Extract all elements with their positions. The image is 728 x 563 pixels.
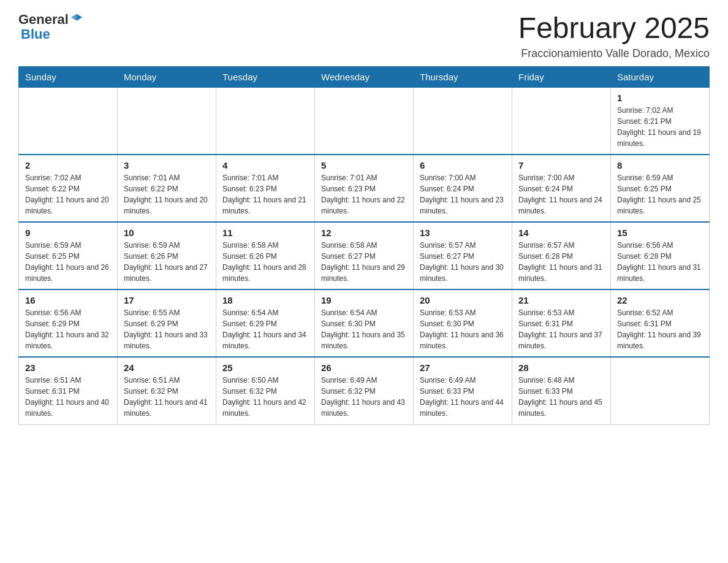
svg-marker-0	[77, 14, 82, 21]
day-number: 24	[124, 362, 210, 373]
day-info: Sunrise: 6:49 AM Sunset: 6:33 PM Dayligh…	[420, 375, 506, 419]
day-info: Sunrise: 6:59 AM Sunset: 6:25 PM Dayligh…	[25, 240, 111, 284]
day-info: Sunrise: 6:56 AM Sunset: 6:29 PM Dayligh…	[25, 307, 111, 351]
calendar-day-cell: 20Sunrise: 6:53 AM Sunset: 6:30 PM Dayli…	[414, 289, 512, 357]
calendar-day-cell: 23Sunrise: 6:51 AM Sunset: 6:31 PM Dayli…	[19, 357, 118, 424]
weekday-header-sunday: Sunday	[19, 66, 118, 87]
calendar-day-cell: 6Sunrise: 7:00 AM Sunset: 6:24 PM Daylig…	[414, 155, 512, 222]
day-info: Sunrise: 6:53 AM Sunset: 6:31 PM Dayligh…	[518, 307, 604, 351]
logo-blue-text: Blue	[21, 27, 83, 42]
weekday-header-friday: Friday	[512, 66, 611, 87]
calendar-day-cell: 14Sunrise: 6:57 AM Sunset: 6:28 PM Dayli…	[512, 222, 611, 289]
day-info: Sunrise: 6:52 AM Sunset: 6:31 PM Dayligh…	[617, 307, 703, 351]
calendar-day-cell	[315, 87, 414, 155]
calendar-week-row: 9Sunrise: 6:59 AM Sunset: 6:25 PM Daylig…	[19, 222, 710, 289]
day-number: 15	[617, 228, 703, 238]
logo-flag-icon	[70, 13, 83, 26]
day-number: 5	[321, 160, 407, 170]
day-number: 17	[124, 295, 210, 305]
calendar-day-cell: 18Sunrise: 6:54 AM Sunset: 6:29 PM Dayli…	[216, 289, 315, 357]
calendar-subtitle: Fraccionamiento Valle Dorado, Mexico	[518, 47, 710, 60]
calendar-day-cell: 9Sunrise: 6:59 AM Sunset: 6:25 PM Daylig…	[19, 222, 118, 289]
calendar-day-cell: 3Sunrise: 7:01 AM Sunset: 6:22 PM Daylig…	[118, 155, 216, 222]
day-number: 22	[617, 295, 703, 305]
day-number: 23	[25, 362, 111, 373]
calendar-day-cell: 28Sunrise: 6:48 AM Sunset: 6:33 PM Dayli…	[512, 357, 611, 424]
calendar-day-cell: 5Sunrise: 7:01 AM Sunset: 6:23 PM Daylig…	[315, 155, 414, 222]
weekday-header-monday: Monday	[118, 66, 216, 87]
day-info: Sunrise: 7:01 AM Sunset: 6:23 PM Dayligh…	[222, 172, 308, 216]
day-info: Sunrise: 6:59 AM Sunset: 6:25 PM Dayligh…	[617, 172, 703, 216]
calendar-day-cell: 21Sunrise: 6:53 AM Sunset: 6:31 PM Dayli…	[512, 289, 611, 357]
calendar-day-cell: 22Sunrise: 6:52 AM Sunset: 6:31 PM Dayli…	[611, 289, 710, 357]
calendar-day-cell: 4Sunrise: 7:01 AM Sunset: 6:23 PM Daylig…	[216, 155, 315, 222]
day-number: 4	[222, 160, 308, 170]
day-info: Sunrise: 6:51 AM Sunset: 6:32 PM Dayligh…	[124, 375, 210, 419]
calendar-day-cell: 15Sunrise: 6:56 AM Sunset: 6:28 PM Dayli…	[611, 222, 710, 289]
calendar-week-row: 23Sunrise: 6:51 AM Sunset: 6:31 PM Dayli…	[19, 357, 710, 424]
calendar-day-cell	[414, 87, 512, 155]
day-info: Sunrise: 6:57 AM Sunset: 6:27 PM Dayligh…	[420, 240, 506, 284]
day-info: Sunrise: 6:53 AM Sunset: 6:30 PM Dayligh…	[420, 307, 506, 351]
day-number: 28	[518, 362, 604, 373]
day-number: 10	[124, 228, 210, 238]
day-info: Sunrise: 6:48 AM Sunset: 6:33 PM Dayligh…	[518, 375, 604, 419]
calendar-day-cell: 12Sunrise: 6:58 AM Sunset: 6:27 PM Dayli…	[315, 222, 414, 289]
day-info: Sunrise: 6:50 AM Sunset: 6:32 PM Dayligh…	[222, 375, 308, 419]
day-info: Sunrise: 7:00 AM Sunset: 6:24 PM Dayligh…	[518, 172, 604, 216]
day-info: Sunrise: 7:01 AM Sunset: 6:23 PM Dayligh…	[321, 172, 407, 216]
calendar-day-cell: 2Sunrise: 7:02 AM Sunset: 6:22 PM Daylig…	[19, 155, 118, 222]
calendar-day-cell: 27Sunrise: 6:49 AM Sunset: 6:33 PM Dayli…	[414, 357, 512, 424]
weekday-header-thursday: Thursday	[414, 66, 512, 87]
day-info: Sunrise: 7:02 AM Sunset: 6:21 PM Dayligh…	[617, 105, 703, 149]
calendar-week-row: 16Sunrise: 6:56 AM Sunset: 6:29 PM Dayli…	[19, 289, 710, 357]
day-number: 11	[222, 228, 308, 238]
day-number: 8	[617, 160, 703, 170]
day-number: 25	[222, 362, 308, 373]
weekday-header-tuesday: Tuesday	[216, 66, 315, 87]
calendar-day-cell	[512, 87, 611, 155]
day-number: 9	[25, 228, 111, 238]
day-info: Sunrise: 6:56 AM Sunset: 6:28 PM Dayligh…	[617, 240, 703, 284]
day-number: 7	[518, 160, 604, 170]
day-info: Sunrise: 7:00 AM Sunset: 6:24 PM Dayligh…	[420, 172, 506, 216]
day-info: Sunrise: 6:58 AM Sunset: 6:27 PM Dayligh…	[321, 240, 407, 284]
calendar-header-row: SundayMondayTuesdayWednesdayThursdayFrid…	[19, 66, 710, 87]
day-number: 27	[420, 362, 506, 373]
calendar-day-cell: 19Sunrise: 6:54 AM Sunset: 6:30 PM Dayli…	[315, 289, 414, 357]
day-number: 3	[124, 160, 210, 170]
day-number: 14	[518, 228, 604, 238]
day-number: 1	[617, 93, 703, 103]
calendar-day-cell: 8Sunrise: 6:59 AM Sunset: 6:25 PM Daylig…	[611, 155, 710, 222]
day-number: 21	[518, 295, 604, 305]
logo: General Blue	[18, 12, 83, 42]
calendar-day-cell: 26Sunrise: 6:49 AM Sunset: 6:32 PM Dayli…	[315, 357, 414, 424]
day-number: 18	[222, 295, 308, 305]
calendar-day-cell: 13Sunrise: 6:57 AM Sunset: 6:27 PM Dayli…	[414, 222, 512, 289]
svg-marker-1	[71, 14, 77, 21]
calendar-day-cell: 24Sunrise: 6:51 AM Sunset: 6:32 PM Dayli…	[118, 357, 216, 424]
calendar-day-cell: 16Sunrise: 6:56 AM Sunset: 6:29 PM Dayli…	[19, 289, 118, 357]
day-info: Sunrise: 6:57 AM Sunset: 6:28 PM Dayligh…	[518, 240, 604, 284]
day-info: Sunrise: 7:02 AM Sunset: 6:22 PM Dayligh…	[25, 172, 111, 216]
calendar-day-cell: 11Sunrise: 6:58 AM Sunset: 6:26 PM Dayli…	[216, 222, 315, 289]
day-info: Sunrise: 6:55 AM Sunset: 6:29 PM Dayligh…	[124, 307, 210, 351]
day-info: Sunrise: 6:54 AM Sunset: 6:30 PM Dayligh…	[321, 307, 407, 351]
calendar-day-cell	[19, 87, 118, 155]
day-info: Sunrise: 6:49 AM Sunset: 6:32 PM Dayligh…	[321, 375, 407, 419]
day-number: 20	[420, 295, 506, 305]
calendar-day-cell	[118, 87, 216, 155]
calendar-week-row: 1Sunrise: 7:02 AM Sunset: 6:21 PM Daylig…	[19, 87, 710, 155]
calendar-day-cell	[216, 87, 315, 155]
day-info: Sunrise: 6:51 AM Sunset: 6:31 PM Dayligh…	[25, 375, 111, 419]
day-info: Sunrise: 7:01 AM Sunset: 6:22 PM Dayligh…	[124, 172, 210, 216]
calendar-week-row: 2Sunrise: 7:02 AM Sunset: 6:22 PM Daylig…	[19, 155, 710, 222]
day-info: Sunrise: 6:59 AM Sunset: 6:26 PM Dayligh…	[124, 240, 210, 284]
calendar-day-cell: 10Sunrise: 6:59 AM Sunset: 6:26 PM Dayli…	[118, 222, 216, 289]
logo-general-text: General	[18, 12, 69, 27]
calendar-day-cell: 17Sunrise: 6:55 AM Sunset: 6:29 PM Dayli…	[118, 289, 216, 357]
calendar-day-cell: 7Sunrise: 7:00 AM Sunset: 6:24 PM Daylig…	[512, 155, 611, 222]
title-block: February 2025 Fraccionamiento Valle Dora…	[518, 12, 710, 60]
day-number: 2	[25, 160, 111, 170]
day-info: Sunrise: 6:54 AM Sunset: 6:29 PM Dayligh…	[222, 307, 308, 351]
